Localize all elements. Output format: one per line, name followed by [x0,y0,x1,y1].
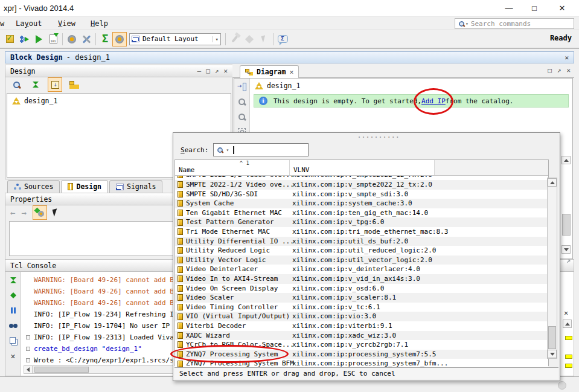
ip-vlnv: xilinx.com:ip:vio:3.0 [290,312,548,321]
ip-list-scrollbar[interactable] [547,178,557,359]
minimize-button[interactable]: — [500,1,518,16]
command-search-placeholder: Search commands [471,20,531,28]
fold-marker[interactable] [26,347,30,351]
fold-marker[interactable] [26,335,30,339]
warning-marker[interactable] [565,355,572,359]
scroll-to-end-button[interactable] [8,275,19,285]
scroll-up-button[interactable] [548,178,557,187]
ip-name: Tri Mode Ethernet MAC [186,227,270,237]
command-search-box[interactable]: ▾ Search commands [455,18,574,29]
ip-row[interactable]: ZYNQ7 Processing System xilinx.com:ip:pr… [175,350,548,359]
back-arrow-icon[interactable]: ← [10,208,15,217]
ip-row[interactable]: Video Scaler xilinx.com:ip:v_scaler:8.1 [175,293,548,303]
project-settings-button[interactable] [79,32,94,47]
tcl-close-icon[interactable]: ✕ [564,309,568,317]
hierarchy-view-button[interactable] [67,77,82,92]
tab-close-icon[interactable]: ✕ [289,68,293,76]
panel-maximize-icon[interactable]: □ [548,66,552,74]
ip-row[interactable]: Video In to AXI4-Stream xilinx.com:ip:v_… [175,274,548,284]
ip-row[interactable]: VIO (Virtual Input/Output) xilinx.com:ip… [175,312,548,321]
scroll-down-button[interactable] [548,350,557,358]
scrollbar-thumb[interactable] [34,367,89,373]
collapse-all-button[interactable] [28,77,43,92]
warning-marker[interactable] [565,364,572,368]
ip-row[interactable]: Viterbi Decoder xilinx.com:ip:viterbi:9.… [175,321,548,331]
warning-marker[interactable] [565,336,572,340]
ip-chip-icon [178,294,183,301]
generate-block-design-button[interactable] [17,32,31,47]
menu-item-partial[interactable]: w [0,19,7,28]
ip-row[interactable]: XADC Wizard xilinx.com:ip:xadc_wiz:3.0 [175,331,548,341]
ip-row[interactable]: Video Deinterlacer xilinx.com:ip:v_deint… [175,265,548,274]
ip-chip-icon [178,275,183,282]
zoom-in-button[interactable] [237,97,248,106]
validate-design-button[interactable] [2,32,17,47]
close-button[interactable]: ✕ [553,1,571,16]
pause-output-button[interactable] [8,306,19,315]
dialog-drag-handle[interactable]: ·········· [357,134,400,141]
properties-gear-button[interactable] [33,205,47,220]
column-header-name[interactable]: ^ 1 Name [175,160,290,175]
diagram-scroll-down-button[interactable] [561,245,571,254]
reports-button[interactable]: Σ [98,32,112,47]
export-hardware-button[interactable] [46,32,60,47]
maximize-button[interactable]: □ [525,1,543,16]
ip-row[interactable]: Utility Vector Logic xilinx.com:ip:util_… [175,255,548,265]
panel-float-icon[interactable]: ↗ [557,66,561,74]
layout-selector[interactable]: Default Layout ▾ [129,33,221,45]
tab-signals[interactable]: Signals [109,180,162,193]
panel-maximize-icon[interactable]: □ [206,67,210,75]
tab-sources[interactable]: Sources [7,180,60,193]
tree-search-button[interactable] [9,77,24,92]
ip-row[interactable]: System Cache xilinx.com:ip:system_cache:… [175,199,548,208]
ip-vlnv: xilinx.com:ip:util_reduced_logic:2.0 [290,246,548,255]
ip-row[interactable]: SMPTE SD/HD/3G-SDI xilinx.com:ip:v_smpte… [175,190,548,199]
ip-row[interactable]: SMPTE 2022-1/2 Video ove... xilinx.com:i… [175,180,548,190]
menu-item-layout[interactable]: Layout [13,19,44,28]
active-tool-button[interactable] [112,32,127,47]
expand-all-button[interactable] [8,291,19,300]
scrollbar-thumb[interactable] [548,326,556,349]
clear-console-button[interactable]: ✕ [8,351,19,361]
panel-minimize-icon[interactable]: — [197,67,202,75]
forward-arrow-icon[interactable]: → [21,208,26,217]
tcl-scroll-up-button[interactable] [563,320,572,328]
up-arrow-icon [564,159,569,162]
ip-vlnv: xilinx.com:ip:util_vector_logic:2.0 [290,255,548,265]
ip-row[interactable]: Ten Gigabit Ethernet MAC xilinx.com:ip:t… [175,208,548,218]
tree-item-design1[interactable]: design_1 [7,94,231,105]
dock-button[interactable] [237,82,248,91]
add-ip-link[interactable]: Add IP [421,97,446,105]
zoom-out-button[interactable] [237,112,248,121]
select-area-icon[interactable]: ↖ [566,256,571,265]
diagram-scrollbar-thumb[interactable] [562,214,571,236]
feedback-button[interactable]: Σ [275,32,290,47]
column-header-vlnv[interactable]: VLNV [290,160,435,175]
ip-search-input[interactable]: ▾ [213,143,309,156]
ip-row[interactable]: Tri Mode Ethernet MAC xilinx.com:ip:tri_… [175,227,548,237]
scroll-left-button[interactable] [24,366,33,373]
ip-row[interactable]: Utility Reduced Logic xilinx.com:ip:util… [175,246,548,255]
scroll-to-selected-button[interactable] [48,77,62,92]
ip-row[interactable]: YCrCb to RGB Color-Space... xilinx.com:i… [175,340,548,350]
panel-close-icon[interactable]: ✕ [566,66,571,74]
run-button[interactable] [31,32,46,47]
settings-button[interactable] [65,32,79,47]
panel-float-icon[interactable]: ↗ [215,67,219,75]
block-design-close-icon[interactable]: ✕ [565,54,569,62]
find-button[interactable] [8,321,19,330]
copy-button[interactable] [8,336,19,345]
cursor-arrow-icon[interactable] [52,208,59,217]
ip-row[interactable]: Video Timing Controller xilinx.com:ip:v_… [175,303,548,312]
ip-row[interactable]: Test Pattern Generator xilinx.com:ip:v_t… [175,217,548,227]
tcl-horizontal-scrollbar[interactable] [24,365,174,374]
panel-close-icon[interactable]: ✕ [223,67,228,75]
menu-item-help[interactable]: Help [88,19,110,28]
tab-diagram[interactable]: Diagram ✕ [240,65,299,78]
tab-design[interactable]: Design [61,180,108,193]
ip-row[interactable]: Utility Differential IO ... xilinx.com:i… [175,237,548,246]
diagram-scroll-up-button[interactable] [561,156,571,164]
fold-marker[interactable] [26,358,30,362]
ip-row[interactable]: Video On Screen Display xilinx.com:ip:v_… [175,284,548,294]
menu-item-view[interactable]: View [56,19,78,28]
